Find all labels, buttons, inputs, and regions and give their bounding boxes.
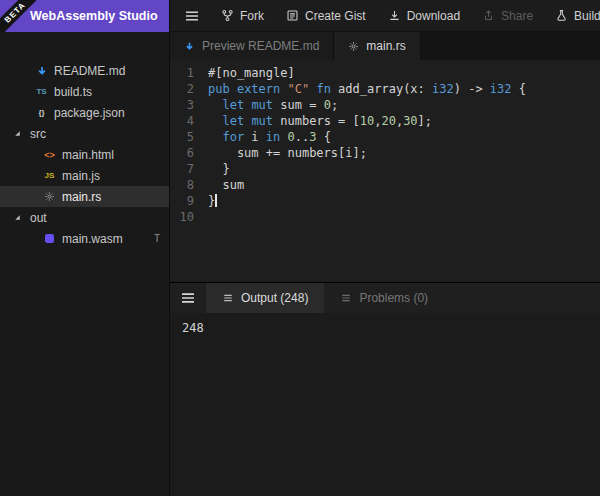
file-action-badge[interactable]: T xyxy=(154,233,169,244)
file-tree-item-main-js[interactable]: JS main.js xyxy=(0,165,169,186)
file-tree-item-build-ts[interactable]: TS build.ts xyxy=(0,81,169,102)
editor-tabbar: Preview README.md main.rs xyxy=(170,32,600,60)
create-gist-button-label: Create Gist xyxy=(305,9,366,23)
code-line[interactable]: 10 xyxy=(170,209,600,225)
file-tree-item-package-json[interactable]: {} package.json xyxy=(0,102,169,123)
line-number: 5 xyxy=(170,129,208,145)
line-number: 8 xyxy=(170,177,208,193)
line-number: 10 xyxy=(170,209,208,225)
code-line[interactable]: 1#[no_mangle] xyxy=(170,65,600,81)
line-content: } xyxy=(208,161,230,177)
code-line[interactable]: 6 sum += numbers[i]; xyxy=(170,145,600,161)
file-label: main.wasm xyxy=(62,232,123,246)
code-token-plain: ; xyxy=(331,98,338,112)
code-token-plain: { xyxy=(512,82,526,96)
folder-label: src xyxy=(30,127,46,141)
file-tree: README.md TS build.ts {} package.json sr… xyxy=(0,32,169,496)
code-token-plain xyxy=(208,114,222,128)
typescript-icon: TS xyxy=(34,87,49,96)
code-token-plain: sum += numbers[i]; xyxy=(208,146,367,160)
code-line[interactable]: 4 let mut numbers = [10,20,30]; xyxy=(170,113,600,129)
file-label: main.html xyxy=(62,148,114,162)
code-token-type: i32 xyxy=(432,82,454,96)
file-label: package.json xyxy=(54,106,125,120)
line-content: let mut numbers = [10,20,30]; xyxy=(208,113,432,129)
bottom-menu-button[interactable] xyxy=(170,283,206,313)
line-content: } xyxy=(208,193,217,209)
folder-open-caret-icon xyxy=(10,213,25,222)
code-token-number: 10 xyxy=(360,114,374,128)
code-line[interactable]: 5 for i in 0..3 { xyxy=(170,129,600,145)
code-token-plain: numbers = [ xyxy=(273,114,360,128)
code-token-number: 0 xyxy=(288,130,295,144)
fork-button-label: Fork xyxy=(240,9,264,23)
share-button[interactable]: Share xyxy=(471,0,544,32)
rust-gear-icon xyxy=(348,41,359,52)
rust-icon xyxy=(42,191,57,202)
folder-label: out xyxy=(30,211,47,225)
text-cursor xyxy=(215,194,217,207)
download-button[interactable]: Download xyxy=(377,0,471,32)
code-token-plain: .. xyxy=(295,130,309,144)
code-line[interactable]: 2pub extern "C" fn add_array(x: i32) -> … xyxy=(170,81,600,97)
bottom-panel-header: Output (248) Problems (0) xyxy=(170,283,600,313)
line-number: 4 xyxy=(170,113,208,129)
code-token-plain: #[no_mangle] xyxy=(208,66,295,80)
build-flask-icon xyxy=(555,9,568,22)
html-icon: <> xyxy=(42,150,57,160)
share-icon xyxy=(482,9,495,22)
code-token-plain: ) -> xyxy=(454,82,490,96)
file-tree-item-main-rs[interactable]: main.rs xyxy=(0,186,169,207)
create-gist-button[interactable]: Create Gist xyxy=(275,0,377,32)
line-content: pub extern "C" fn add_array(x: i32) -> i… xyxy=(208,81,526,97)
code-token-number: 20 xyxy=(381,114,395,128)
code-token-plain xyxy=(208,130,222,144)
webassembly-studio-app: BETA WebAssembly Studio README.md TS bui… xyxy=(0,0,600,496)
toolbar: Fork Create Gist Download Share xyxy=(170,0,600,32)
output-text: 248 xyxy=(182,321,204,335)
build-button[interactable]: Build xyxy=(544,0,600,32)
file-label: README.md xyxy=(54,64,125,78)
output-content: 248 xyxy=(170,313,600,496)
code-token-plain xyxy=(280,82,287,96)
code-token-keyword: pub xyxy=(208,82,230,96)
code-token-keyword: in xyxy=(266,130,280,144)
download-button-label: Download xyxy=(407,9,460,23)
code-line[interactable]: 9} xyxy=(170,193,600,209)
markdown-icon xyxy=(34,65,49,77)
code-editor[interactable]: 1#[no_mangle]2pub extern "C" fn add_arra… xyxy=(170,60,600,282)
json-icon: {} xyxy=(34,108,49,117)
code-token-keyword: for xyxy=(222,130,244,144)
line-number: 2 xyxy=(170,81,208,97)
fork-icon xyxy=(221,9,234,22)
menu-button[interactable] xyxy=(174,0,210,32)
line-number: 7 xyxy=(170,161,208,177)
line-content: let mut sum = 0; xyxy=(208,97,338,113)
code-token-type: i32 xyxy=(490,82,512,96)
code-token-plain: i xyxy=(244,130,266,144)
code-line[interactable]: 8 sum xyxy=(170,177,600,193)
main-area: Fork Create Gist Download Share xyxy=(170,0,600,496)
sidebar: BETA WebAssembly Studio README.md TS bui… xyxy=(0,0,170,496)
hamburger-icon xyxy=(180,290,196,306)
code-token-plain: } xyxy=(208,162,230,176)
code-line[interactable]: 7 } xyxy=(170,161,600,177)
tab-label: Preview README.md xyxy=(202,39,319,53)
tab-main-rs[interactable]: main.rs xyxy=(334,32,420,60)
code-token-keyword: fn xyxy=(316,82,330,96)
wasm-icon xyxy=(42,234,57,243)
download-icon xyxy=(388,9,401,22)
code-token-plain: } xyxy=(208,194,215,208)
bottom-panel: Output (248) Problems (0) 248 xyxy=(170,282,600,496)
tab-preview-readme[interactable]: Preview README.md xyxy=(170,32,334,60)
fork-button[interactable]: Fork xyxy=(210,0,275,32)
file-tree-item-main-html[interactable]: <> main.html xyxy=(0,144,169,165)
file-tree-item-readme[interactable]: README.md xyxy=(0,60,169,81)
tab-problems[interactable]: Problems (0) xyxy=(324,283,444,313)
folder-item-src[interactable]: src xyxy=(0,123,169,144)
code-line[interactable]: 3 let mut sum = 0; xyxy=(170,97,600,113)
code-token-plain xyxy=(208,98,222,112)
tab-output[interactable]: Output (248) xyxy=(206,283,324,313)
file-tree-item-main-wasm[interactable]: main.wasm T xyxy=(0,228,169,249)
folder-item-out[interactable]: out xyxy=(0,207,169,228)
